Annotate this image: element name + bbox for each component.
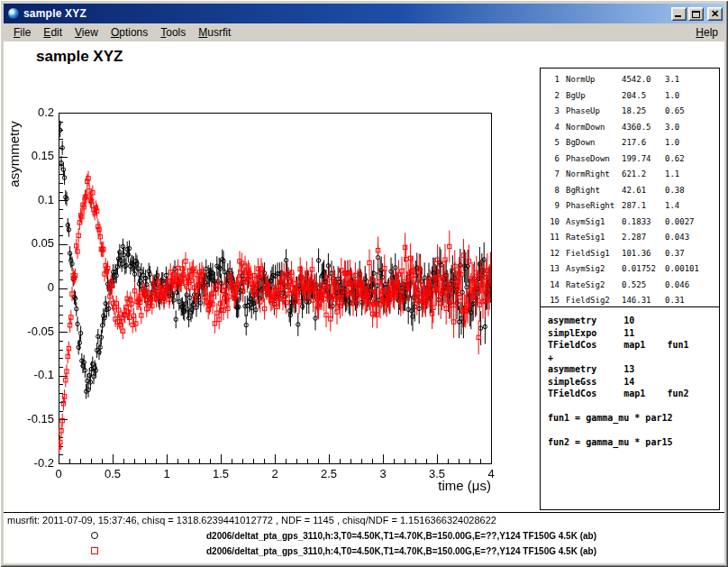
- menu-item-edit[interactable]: Edit: [37, 24, 68, 41]
- legend-row: d2006/deltat_pta_gps_3110,h:3,T0=4.50K,T…: [4, 528, 724, 544]
- footer-separator: [4, 512, 724, 513]
- menu-item-file[interactable]: File: [7, 24, 37, 41]
- theory-line: [548, 425, 719, 437]
- param-row: 6PhaseDown199.740.62: [546, 151, 719, 168]
- x-axis-title: time (μs): [401, 478, 491, 493]
- param-row: 14RateSig20.5250.046: [546, 278, 719, 294]
- close-icon: ✕: [708, 8, 722, 20]
- theory-line: asymmetry 10: [548, 315, 719, 327]
- theory-line: TFieldCos map1 fun1: [548, 339, 719, 352]
- param-row: 2BgUp204.51.0: [546, 88, 719, 105]
- theory-line: fun1 = gamma_mu * par12: [548, 412, 719, 425]
- param-row: 8BgRight42.610.38: [546, 183, 719, 199]
- param-row: 9PhaseRight287.11.4: [546, 198, 719, 215]
- legend-circle-marker: [91, 532, 98, 539]
- menu-item-tools[interactable]: Tools: [154, 24, 192, 41]
- maximize-icon: [692, 11, 700, 18]
- menubar: File Edit View Options Tools Musrfit Hel…: [4, 23, 724, 41]
- theory-line: simplExpo 11: [548, 327, 719, 340]
- theory-line: [548, 400, 719, 413]
- plot-canvas[interactable]: [4, 67, 517, 517]
- param-row: 4NormDown4360.53.0: [546, 120, 719, 136]
- y-axis-title: asymmetry: [6, 100, 23, 208]
- legend-label: d2006/deltat_pta_gps_3110,h:3,T0=4.50K,T…: [206, 531, 596, 541]
- param-row: 3PhaseUp18.250.65: [546, 104, 719, 120]
- fit-status-text: musrfit: 2011-07-09, 15:37:46, chisq = 1…: [7, 515, 496, 526]
- minimize-icon: [675, 15, 681, 17]
- menu-item-musrfit[interactable]: Musrfit: [192, 24, 237, 41]
- theory-line: +: [548, 352, 719, 364]
- param-row: 13AsymSig20.017520.00101: [546, 261, 719, 278]
- minimize-button[interactable]: [671, 7, 687, 21]
- window-title: sample XYZ: [23, 7, 671, 20]
- app-icon: [7, 7, 20, 20]
- titlebar[interactable]: sample XYZ ✕: [4, 4, 724, 23]
- theory-box: asymmetry 10simplExpo 11TFieldCos map1 f…: [540, 306, 720, 510]
- parameter-list: 1NormUp4542.03.12BgUp204.51.03PhaseUp18.…: [540, 68, 720, 307]
- legend-square-marker: [91, 547, 98, 554]
- app-window: sample XYZ ✕ File Edit View Options Tool…: [0, 0, 728, 567]
- param-row: 5BgDown217.61.0: [546, 135, 719, 151]
- legend-label: d2006/deltat_pta_gps_3110,h:4,T0=4.50K,T…: [206, 546, 596, 556]
- param-row: 7NormRight621.21.1: [546, 167, 719, 183]
- param-row: 1NormUp4542.03.1: [546, 72, 719, 88]
- theory-line: TFieldCos map1 fun2: [548, 388, 719, 400]
- param-row: 15FieldSig2146.310.31: [546, 293, 719, 307]
- param-row: 12FieldSig1101.360.37: [546, 246, 719, 262]
- close-button[interactable]: ✕: [707, 7, 723, 21]
- menu-item-view[interactable]: View: [68, 24, 105, 41]
- menu-item-help[interactable]: Help: [689, 24, 724, 41]
- theory-line: fun2 = gamma_mu * par15: [548, 436, 719, 449]
- canvas-area: sample XYZ asymmetry time (μs) 1NormUp45…: [4, 41, 724, 563]
- param-row: 11RateSig12.2870.043: [546, 230, 719, 246]
- param-row: 10AsymSig10.18330.0027: [546, 215, 719, 231]
- legend-row: d2006/deltat_pta_gps_3110,h:4,T0=4.50K,T…: [4, 544, 724, 559]
- plot-title: sample XYZ: [36, 48, 123, 66]
- maximize-button[interactable]: [688, 7, 704, 21]
- theory-line: simpleGss 14: [548, 376, 719, 389]
- theory-line: asymmetry 13: [548, 363, 719, 376]
- menu-item-options[interactable]: Options: [105, 24, 154, 41]
